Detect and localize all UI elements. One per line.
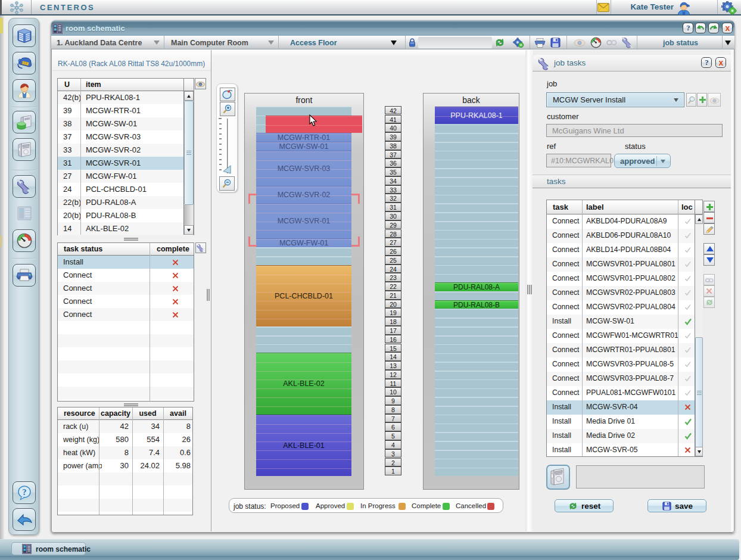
svg-text:x: x <box>718 58 723 66</box>
svg-text:?: ? <box>22 488 26 497</box>
svg-text:?: ? <box>686 24 690 32</box>
svg-text:?: ? <box>705 58 709 66</box>
svg-text:x: x <box>725 24 730 32</box>
